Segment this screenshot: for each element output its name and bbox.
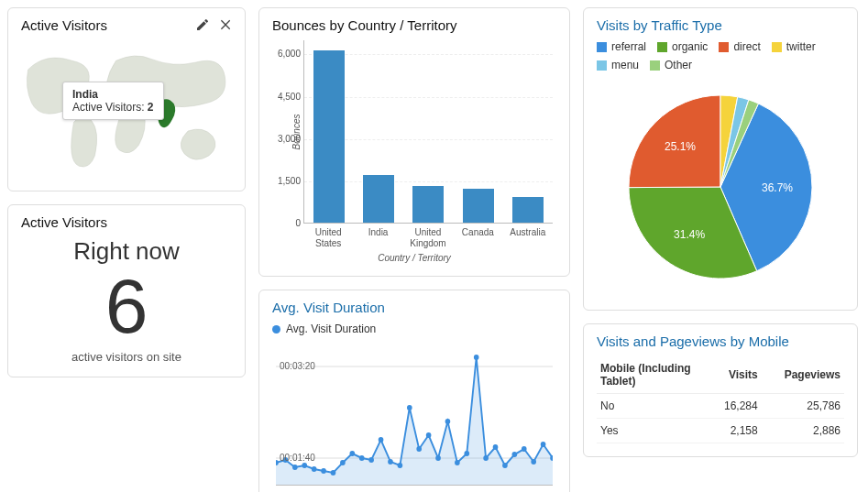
data-point[interactable] [340, 460, 346, 465]
avg-visit-duration-card: Avg. Visit Duration Avg. Visit Duration … [258, 290, 570, 492]
legend-item-referral[interactable]: referral [597, 40, 646, 53]
legend-label: twitter [786, 40, 816, 53]
active-visitors-counter-card: Active Visitors Right now 6 active visit… [7, 204, 246, 377]
realtime-sub: active visitors on site [21, 350, 232, 364]
legend-label: organic [672, 40, 708, 53]
pie-chart: 36.7%31.4%25.1% [610, 77, 830, 297]
y-tick: 00:01:40 [280, 453, 315, 463]
table-header: Pageviews [762, 356, 844, 394]
data-point[interactable] [331, 470, 336, 476]
table-header: Visits [709, 356, 762, 394]
legend-item-menu[interactable]: menu [597, 59, 639, 71]
data-point[interactable] [388, 459, 393, 465]
data-point[interactable] [474, 355, 479, 360]
tooltip-country: India [72, 88, 98, 101]
legend-dot-icon [272, 325, 280, 333]
y-tick: 1,500 [273, 176, 301, 186]
data-point[interactable] [398, 463, 403, 468]
chart-legend: Avg. Visit Duration [272, 323, 556, 335]
x-tick: Australia [507, 227, 549, 249]
x-tick: India [357, 227, 400, 249]
legend-label: Other [665, 59, 692, 71]
data-point[interactable] [531, 459, 536, 465]
legend-swatch-icon [772, 42, 782, 52]
bar-united-kingdom[interactable] [412, 186, 444, 223]
data-point[interactable] [312, 466, 317, 472]
bar-australia[interactable] [512, 197, 544, 223]
line-chart: 00:01:4000:03:20 [276, 339, 553, 486]
legend-label: menu [611, 59, 639, 71]
legend-item-organic[interactable]: organic [657, 40, 708, 53]
legend-label: Avg. Visit Duration [286, 323, 376, 335]
legend-swatch-icon [597, 42, 607, 52]
card-title: Active Visitors [21, 214, 232, 230]
data-point[interactable] [368, 457, 374, 463]
table-row: Yes2,1582,886 [597, 419, 844, 443]
realtime-label: Right now [21, 237, 232, 266]
world-map[interactable]: India Active Visitors: 2 [21, 40, 232, 178]
x-tick: United Kingdom [407, 227, 449, 249]
card-title: Bounces by Country / Territory [272, 17, 556, 33]
bar-united-states[interactable] [313, 50, 345, 223]
table-cell: No [597, 394, 709, 419]
data-point[interactable] [541, 442, 546, 447]
tooltip-label: Active Visitors: [72, 101, 144, 114]
pie-slice-label: 31.4% [674, 228, 705, 241]
edit-icon[interactable] [195, 17, 210, 32]
data-point[interactable] [512, 452, 518, 457]
map-tooltip: India Active Visitors: 2 [62, 82, 164, 120]
y-tick: 0 [273, 218, 301, 228]
data-point[interactable] [407, 405, 412, 410]
data-point[interactable] [502, 463, 508, 468]
data-point[interactable] [483, 455, 489, 461]
y-axis-label: Bounces [291, 114, 302, 149]
legend-label: direct [733, 40, 760, 53]
bar-canada[interactable] [463, 189, 494, 223]
bar-chart: Bounces 01,5003,0004,5006,000 [303, 40, 553, 224]
mobile-table: Mobile (Including Tablet)VisitsPageviews… [597, 356, 844, 443]
data-point[interactable] [321, 468, 326, 474]
table-cell: 16,284 [709, 394, 762, 419]
data-point[interactable] [464, 451, 469, 456]
y-tick: 3,000 [273, 134, 301, 144]
card-title: Visits by Traffic Type [597, 17, 844, 33]
data-point[interactable] [493, 444, 499, 450]
y-tick: 6,000 [273, 49, 301, 59]
pie-slice-label: 25.1% [665, 140, 696, 153]
data-point[interactable] [416, 446, 422, 452]
x-tick: Canada [456, 227, 499, 249]
x-axis-label: Country / Territory [272, 253, 556, 263]
legend-item-twitter[interactable]: twitter [772, 40, 816, 53]
data-point[interactable] [522, 446, 527, 452]
data-point[interactable] [445, 419, 451, 424]
data-point[interactable] [426, 432, 432, 438]
table-header: Mobile (Including Tablet) [597, 356, 709, 394]
data-point[interactable] [379, 437, 384, 443]
visits-by-traffic-type-card: Visits by Traffic Type referralorganicdi… [583, 7, 858, 311]
card-title: Visits and Pageviews by Mobile [597, 333, 844, 349]
data-point[interactable] [302, 463, 307, 468]
table-cell: Yes [597, 419, 709, 443]
pie-slice-label: 36.7% [762, 181, 793, 194]
data-point[interactable] [455, 460, 460, 465]
table-cell: 2,158 [709, 419, 762, 443]
legend-item-direct[interactable]: direct [719, 40, 760, 53]
legend-label: referral [611, 40, 646, 53]
card-title: Avg. Visit Duration [272, 300, 556, 315]
table-cell: 2,886 [762, 419, 844, 443]
bar-india[interactable] [363, 175, 394, 223]
legend-swatch-icon [657, 42, 667, 52]
data-point[interactable] [359, 455, 365, 461]
realtime-value: 6 [21, 268, 232, 344]
tooltip-value: 2 [148, 101, 154, 114]
table-row: No16,28425,786 [597, 394, 844, 419]
close-icon[interactable] [219, 17, 234, 32]
chart-legend: referralorganicdirecttwittermenuOther [597, 40, 844, 71]
data-point[interactable] [349, 451, 355, 456]
data-point[interactable] [292, 465, 298, 470]
visits-pageviews-mobile-card: Visits and Pageviews by Mobile Mobile (I… [583, 323, 858, 457]
legend-item-other[interactable]: Other [650, 59, 692, 71]
legend-swatch-icon [719, 42, 729, 52]
legend-swatch-icon [597, 60, 607, 71]
data-point[interactable] [435, 455, 441, 461]
